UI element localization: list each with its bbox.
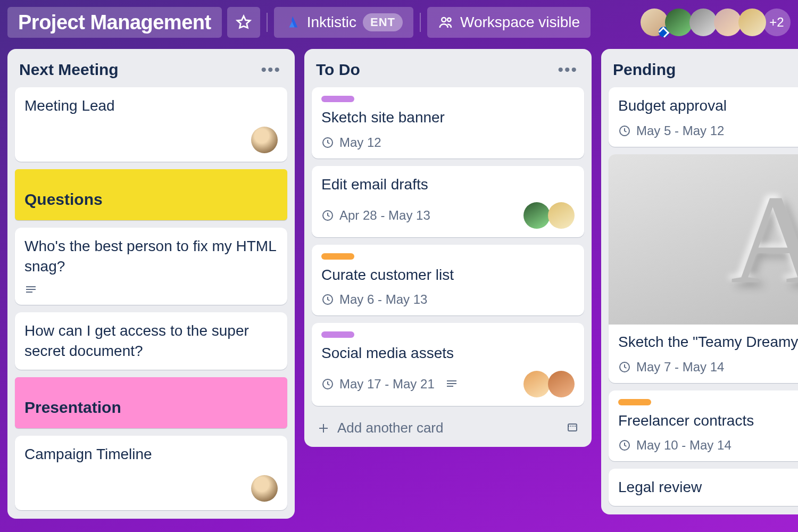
due-date-badge[interactable]: Apr 28 - May 13 — [321, 208, 430, 223]
header-separator — [420, 13, 421, 32]
list-title[interactable]: Pending — [613, 61, 676, 79]
card[interactable]: Who's the best person to fix my HTML sna… — [15, 228, 287, 305]
due-date-badge[interactable]: May 12 — [321, 135, 381, 150]
card-title: Campaign Timeline — [24, 444, 278, 464]
people-icon — [438, 14, 454, 30]
card[interactable]: Freelancer contracts May 10 - May 14 — [609, 390, 798, 462]
clock-icon — [618, 124, 631, 137]
list-title[interactable]: To Do — [316, 61, 360, 79]
card[interactable]: Budget approval May 5 - May 12 — [609, 87, 798, 147]
card-cover-image: A — [609, 154, 798, 325]
card[interactable]: Sketch site banner May 12 — [312, 87, 584, 159]
description-icon — [24, 284, 37, 296]
due-date-badge[interactable]: May 6 - May 13 — [321, 292, 427, 307]
member-avatar[interactable] — [738, 9, 766, 36]
card-title: Edit email drafts — [321, 174, 575, 195]
member-avatar[interactable] — [689, 9, 717, 36]
card[interactable]: How can I get access to the super secret… — [15, 312, 287, 370]
cover-letter: A — [730, 166, 798, 313]
svg-point-0 — [442, 18, 446, 22]
list-pending: Pending Budget approval May 5 - May 12 A… — [601, 49, 798, 514]
clock-icon — [321, 293, 334, 306]
separator-title: Presentation — [24, 398, 278, 417]
due-date-badge[interactable]: May 5 - May 12 — [618, 123, 724, 138]
card-title: Legal review — [618, 477, 798, 497]
card-member-avatar[interactable] — [251, 475, 278, 502]
plus-icon — [317, 422, 330, 435]
card[interactable]: Curate customer list May 6 - May 13 — [312, 245, 584, 316]
card-label[interactable] — [321, 96, 354, 102]
card-title: Budget approval — [618, 96, 798, 116]
card-member-avatar[interactable] — [548, 202, 575, 229]
board-header: Project Management Inktistic ENT Workspa… — [0, 0, 798, 43]
add-card-button[interactable]: Add another card — [317, 420, 443, 436]
svg-point-1 — [447, 18, 451, 22]
card-member-avatar[interactable] — [548, 371, 575, 397]
member-avatar[interactable] — [641, 9, 668, 36]
svg-rect-6 — [568, 424, 577, 431]
header-separator — [267, 13, 268, 32]
clock-icon — [321, 378, 334, 390]
card[interactable]: Edit email drafts Apr 28 - May 13 — [312, 166, 584, 237]
description-icon — [445, 378, 458, 390]
card[interactable]: Social media assets May 17 - May 21 — [312, 323, 584, 406]
due-date-badge[interactable]: May 7 - May 14 — [618, 360, 724, 375]
separator-card[interactable]: Questions — [15, 169, 287, 220]
due-date-badge[interactable]: May 17 - May 21 — [321, 377, 435, 392]
card-title: Freelancer contracts — [618, 411, 798, 431]
more-members-button[interactable]: +2 — [763, 9, 791, 36]
card-title: Social media assets — [321, 343, 575, 363]
visibility-button[interactable]: Workspace visible — [427, 7, 591, 38]
card-member-avatar[interactable] — [523, 371, 550, 397]
clock-icon — [618, 439, 631, 452]
card-title: Meeting Lead — [24, 96, 278, 116]
card-member-avatar[interactable] — [523, 202, 550, 229]
card-title: Sketch site banner — [321, 107, 575, 128]
description-badge — [445, 378, 458, 390]
list-to-do: To Do ••• Sketch site banner May 12 Edit… — [304, 49, 592, 447]
card[interactable]: Meeting Lead — [15, 87, 287, 162]
org-name: Inktistic — [307, 14, 356, 31]
board-title-button[interactable]: Project Management — [7, 7, 222, 38]
template-icon — [566, 421, 579, 434]
star-icon — [236, 14, 252, 30]
card-title: Who's the best person to fix my HTML sna… — [24, 236, 278, 277]
card-label[interactable] — [321, 331, 354, 338]
separator-title: Questions — [24, 190, 278, 209]
card[interactable]: A Sketch the "Teamy Dreamy" May 7 - May … — [609, 154, 798, 383]
description-badge — [24, 284, 37, 296]
card-member-avatar[interactable] — [251, 127, 278, 153]
card-title: Sketch the "Teamy Dreamy" — [618, 332, 798, 352]
card-label[interactable] — [321, 253, 354, 260]
clock-icon — [618, 361, 631, 373]
board: Next Meeting ••• Meeting Lead Questions … — [0, 43, 798, 532]
list-menu-button[interactable]: ••• — [259, 61, 283, 79]
member-avatar[interactable] — [665, 9, 693, 36]
list-title[interactable]: Next Meeting — [19, 61, 119, 79]
clock-icon — [321, 136, 334, 149]
board-title: Project Management — [18, 11, 211, 34]
org-tier-badge: ENT — [363, 13, 403, 31]
board-members: +2 — [644, 9, 791, 36]
due-date-badge[interactable]: May 10 - May 14 — [618, 438, 732, 453]
card-title: Curate customer list — [321, 265, 575, 285]
list-menu-button[interactable]: ••• — [555, 61, 580, 79]
org-button[interactable]: Inktistic ENT — [274, 7, 413, 38]
list-next-meeting: Next Meeting ••• Meeting Lead Questions … — [7, 49, 295, 519]
star-board-button[interactable] — [227, 7, 260, 38]
card-label[interactable] — [618, 399, 651, 405]
card[interactable]: Legal review — [609, 469, 798, 506]
clock-icon — [321, 209, 334, 222]
card-title: How can I get access to the super secret… — [24, 321, 278, 361]
card-template-button[interactable] — [566, 421, 579, 436]
separator-card[interactable]: Presentation — [15, 377, 287, 428]
visibility-label: Workspace visible — [460, 14, 580, 31]
member-avatar[interactable] — [714, 9, 742, 36]
card[interactable]: Campaign Timeline — [15, 436, 287, 510]
atlassian-logo-icon — [285, 14, 301, 30]
